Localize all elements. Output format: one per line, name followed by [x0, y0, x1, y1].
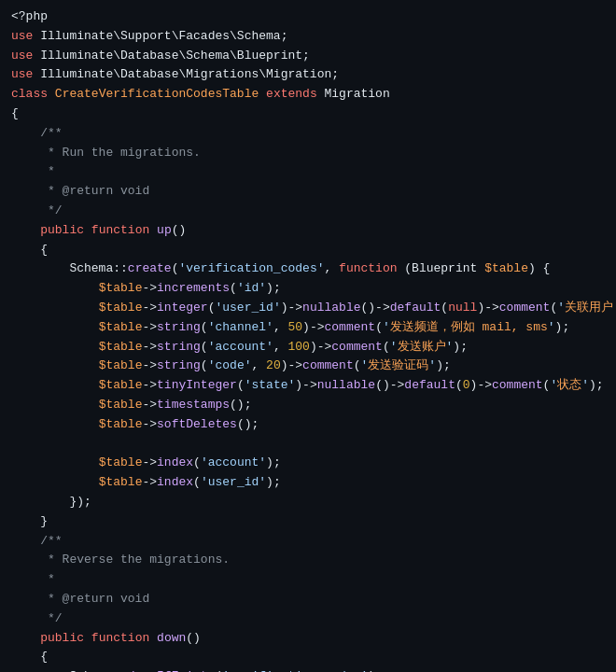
line-5: class CreateVerificationCodesTable exten… [11, 85, 605, 105]
line-29: * Reverse the migrations. [11, 551, 605, 570]
line-23 [11, 435, 605, 455]
line-14: Schema::create('verification_codes', fun… [11, 259, 605, 279]
line-22: $table->softDeletes(); [11, 415, 605, 435]
line-30: * [11, 570, 605, 590]
code-editor: <?php use Illuminate\Support\Facades\Sch… [0, 0, 616, 672]
line-21: $table->timestamps(); [11, 396, 605, 415]
line-11: */ [11, 202, 605, 221]
line-16: $table->integer('user_id')->nullable()->… [11, 299, 605, 318]
line-1: <?php [11, 7, 605, 27]
line-31: * @return void [11, 590, 605, 609]
line-26: }); [11, 493, 605, 512]
line-2: use Illuminate\Support\Facades\Schema; [11, 27, 605, 47]
line-10: * @return void [11, 182, 605, 202]
line-35: Schema::dropIfExists('verification_codes… [11, 667, 605, 672]
line-34: { [11, 648, 605, 667]
line-27: } [11, 512, 605, 532]
line-3: use Illuminate\Database\Schema\Blueprint… [11, 47, 605, 66]
line-12: public function up() [11, 221, 605, 241]
line-7: /** [11, 124, 605, 144]
line-19: $table->string('code', 20)->comment('发送验… [11, 357, 605, 376]
line-24: $table->index('account'); [11, 454, 605, 473]
line-33: public function down() [11, 629, 605, 649]
line-4: use Illuminate\Database\Migrations\Migra… [11, 65, 605, 85]
line-6: { [11, 105, 605, 124]
line-18: $table->string('account', 100)->comment(… [11, 338, 605, 357]
line-15: $table->increments('id'); [11, 279, 605, 299]
line-17: $table->string('channel', 50)->comment('… [11, 318, 605, 338]
line-28: /** [11, 532, 605, 552]
line-25: $table->index('user_id'); [11, 473, 605, 493]
line-20: $table->tinyInteger('state')->nullable()… [11, 376, 605, 396]
line-8: * Run the migrations. [11, 144, 605, 163]
line-9: * [11, 162, 605, 182]
line-32: */ [11, 609, 605, 629]
line-13: { [11, 241, 605, 260]
